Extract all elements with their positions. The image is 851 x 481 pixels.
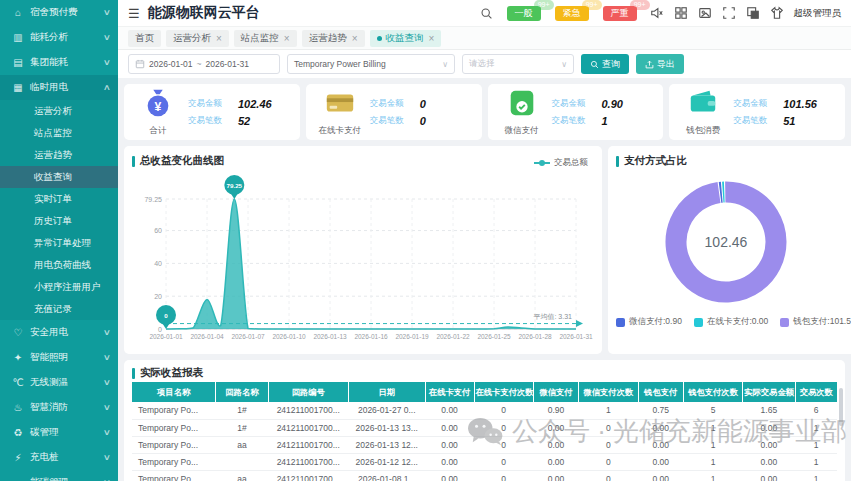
table-cell: 0.00 bbox=[638, 453, 683, 470]
column-header-微信支付次数: 微信支付次数 bbox=[579, 382, 638, 402]
search-icon[interactable] bbox=[479, 6, 494, 21]
count-label: 交易笔数 bbox=[552, 115, 594, 127]
legend-item-在线卡支付[interactable]: 在线卡支付:0.00 bbox=[694, 316, 768, 328]
table-cell: 0.75 bbox=[638, 402, 683, 419]
close-icon[interactable]: × bbox=[352, 33, 358, 44]
table-cell: 0.00 bbox=[638, 419, 683, 436]
main-column: ☰ 能源物联网云平台 一般99+紧急99+严重99+ 超级管理员 首页运营分析×… bbox=[118, 0, 851, 481]
tab-运营趋势[interactable]: 运营趋势× bbox=[302, 30, 365, 47]
svg-text:2026-01-07: 2026-01-07 bbox=[231, 333, 265, 340]
chevron-down-icon: ∨ bbox=[561, 60, 567, 69]
column-header-钱包支付次数: 钱包支付次数 bbox=[683, 382, 742, 402]
sidebar-item-无线测温[interactable]: ℃无线测温∨ bbox=[0, 370, 118, 395]
amount-label: 交易金额 bbox=[552, 98, 594, 110]
sidebar-subitem-历史订单[interactable]: 历史订单 bbox=[0, 210, 118, 232]
sidebar-subitem-运营分析[interactable]: 运营分析 bbox=[0, 100, 118, 122]
table-cell: 1 bbox=[795, 419, 837, 436]
table-cell: 2026-01-13 13... bbox=[348, 419, 425, 436]
mute-icon[interactable] bbox=[650, 6, 665, 21]
table-cell: 241211001700... bbox=[268, 436, 348, 453]
sidebar-subitem-站点监控[interactable]: 站点监控 bbox=[0, 122, 118, 144]
amount-label: 交易金额 bbox=[188, 98, 230, 110]
chart-legend[interactable]: 交易总额 bbox=[534, 157, 588, 169]
screenshot-icon[interactable] bbox=[698, 6, 713, 21]
legend-item-钱包支付[interactable]: 钱包支付:101.56 bbox=[780, 316, 851, 328]
card-name: 合计 bbox=[150, 125, 167, 137]
table-cell: 0.00 bbox=[533, 453, 578, 470]
sidebar-item-集团能耗[interactable]: ▤集团能耗∨ bbox=[0, 50, 118, 75]
copy-icon[interactable] bbox=[746, 6, 761, 21]
table-cell: 6 bbox=[795, 402, 837, 419]
theme-icon[interactable] bbox=[770, 6, 785, 21]
table-cell: 241211001700... bbox=[268, 419, 348, 436]
sidebar-subitem-实时订单[interactable]: 实时订单 bbox=[0, 188, 118, 210]
sidebar-item-宿舍预付费[interactable]: ⌂宿舍预付费∨ bbox=[0, 0, 118, 25]
fullscreen-icon[interactable] bbox=[722, 6, 737, 21]
sidebar-item-智能照明[interactable]: ✦智能照明∨ bbox=[0, 345, 118, 370]
table-scrollbar[interactable] bbox=[839, 388, 843, 426]
table-cell: 0.00 bbox=[743, 436, 795, 453]
alarm-badge-严重[interactable]: 严重99+ bbox=[603, 6, 637, 21]
money-bag-icon: ¥ bbox=[142, 87, 174, 123]
column-header-实际交易金额: 实际交易金额 bbox=[743, 382, 795, 402]
tab-收益查询[interactable]: 收益查询× bbox=[370, 30, 442, 47]
svg-text:40: 40 bbox=[154, 260, 162, 267]
alarm-badge-一般[interactable]: 一般99+ bbox=[507, 6, 541, 21]
table-cell: 2026-01-27 0... bbox=[348, 402, 425, 419]
tab-首页[interactable]: 首页 bbox=[128, 30, 161, 47]
current-user[interactable]: 超级管理员 bbox=[794, 7, 842, 20]
sidebar-item-安全用电[interactable]: ♡安全用电∨ bbox=[0, 320, 118, 345]
sidebar-item-临时用电[interactable]: ▦临时用电∧ bbox=[0, 75, 118, 100]
column-header-回路编号: 回路编号 bbox=[268, 382, 348, 402]
sidebar-item-能碳管理[interactable]: ☁能碳管理∨ bbox=[0, 470, 118, 481]
column-header-钱包支付: 钱包支付 bbox=[638, 382, 683, 402]
export-button[interactable]: 导出 bbox=[636, 54, 684, 74]
menu-toggle-icon[interactable]: ☰ bbox=[128, 6, 140, 21]
table-row[interactable]: Temporary Po...1#241211001700...2026-01-… bbox=[132, 402, 837, 419]
content-area: ¥合计交易金额102.46交易笔数52在线卡支付交易金额0交易笔数0微信支付交易… bbox=[118, 78, 851, 481]
legend-item-微信支付[interactable]: 微信支付:0.90 bbox=[616, 316, 682, 328]
billing-type-select[interactable]: Temporary Power Billing ∨ bbox=[287, 54, 455, 74]
date-range-input[interactable]: 2026-01-01 ~ 2026-01-31 bbox=[128, 54, 280, 74]
query-button[interactable]: 查询 bbox=[581, 54, 629, 74]
sidebar-item-碳管理[interactable]: ♻碳管理∨ bbox=[0, 420, 118, 445]
sidebar-item-label: 宿舍预付费 bbox=[30, 6, 78, 19]
table-cell: 1.65 bbox=[743, 402, 795, 419]
table-row[interactable]: Temporary Po...1#241211001700...2026-01-… bbox=[132, 419, 837, 436]
table-cell: 1 bbox=[683, 419, 742, 436]
svg-text:0: 0 bbox=[158, 326, 162, 333]
table-row[interactable]: Temporary Po...aa241211001700...2026-01-… bbox=[132, 470, 837, 481]
table-cell: 241211001700... bbox=[268, 470, 348, 481]
table-row[interactable]: Temporary Po...aa241211001700...2026-01-… bbox=[132, 436, 837, 453]
sidebar-subitem-用电负荷曲线[interactable]: 用电负荷曲线 bbox=[0, 254, 118, 276]
close-icon[interactable]: × bbox=[284, 33, 290, 44]
svg-text:20: 20 bbox=[154, 293, 162, 300]
table-cell: 0 bbox=[579, 453, 638, 470]
chevron-down-icon: ∨ bbox=[442, 60, 448, 69]
sidebar-subitem-小程序注册用户[interactable]: 小程序注册用户 bbox=[0, 276, 118, 298]
close-icon[interactable]: × bbox=[216, 33, 222, 44]
count-label: 交易笔数 bbox=[188, 115, 230, 127]
sidebar-subitem-充值记录[interactable]: 充值记录 bbox=[0, 298, 118, 320]
sidebar-subitem-异常订单处理[interactable]: 异常订单处理 bbox=[0, 232, 118, 254]
close-icon[interactable]: × bbox=[429, 33, 435, 44]
column-header-日期: 日期 bbox=[348, 382, 425, 402]
tab-站点监控[interactable]: 站点监控× bbox=[234, 30, 297, 47]
table-cell: 0 bbox=[579, 470, 638, 481]
card-name: 微信支付 bbox=[505, 125, 539, 137]
sidebar-item-能耗分析[interactable]: ▥能耗分析∨ bbox=[0, 25, 118, 50]
tab-运营分析[interactable]: 运营分析× bbox=[166, 30, 229, 47]
app-window: ⌂宿舍预付费∨▥能耗分析∨▤集团能耗∨▦临时用电∧运营分析站点监控运营趋势收益查… bbox=[0, 0, 851, 481]
table-row[interactable]: Temporary Po...241211001700...2026-01-12… bbox=[132, 453, 837, 470]
sidebar-item-智慧消防[interactable]: ♨智慧消防∨ bbox=[0, 395, 118, 420]
circuit-select[interactable]: 请选择 ∨ bbox=[462, 54, 574, 74]
sidebar-subitem-运营趋势[interactable]: 运营趋势 bbox=[0, 144, 118, 166]
table-cell: Temporary Po... bbox=[132, 436, 216, 453]
amount-value: 102.46 bbox=[238, 98, 272, 110]
tab-label: 首页 bbox=[135, 32, 154, 45]
table-cell: 1 bbox=[795, 470, 837, 481]
sidebar-subitem-收益查询[interactable]: 收益查询 bbox=[0, 166, 118, 188]
alarm-badge-紧急[interactable]: 紧急99+ bbox=[555, 6, 589, 21]
layout-grid-icon[interactable] bbox=[674, 6, 689, 21]
sidebar-item-充电桩[interactable]: ⚡充电桩∨ bbox=[0, 445, 118, 470]
